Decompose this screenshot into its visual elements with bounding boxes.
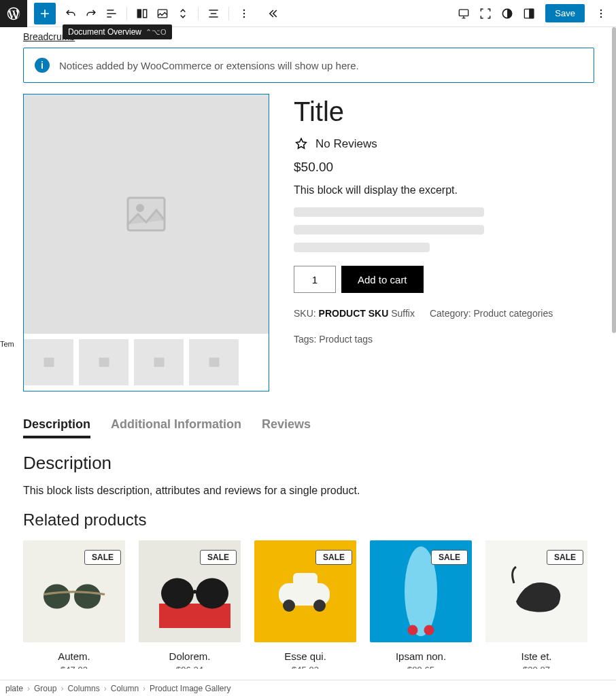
product-meta: SKU: PRODUCT SKU Suffix Category: Produc… (294, 308, 594, 345)
related-product-card[interactable]: SALE Esse qui. $45.92 Add to cart (254, 540, 356, 669)
styles-button[interactable] (498, 4, 517, 23)
add-to-cart-button[interactable]: Add to cart (341, 266, 424, 293)
product-price: $47.93 (23, 665, 125, 669)
svg-rect-22 (159, 604, 230, 628)
drag-handle-button[interactable] (173, 4, 192, 23)
tab-reviews[interactable]: Reviews (262, 413, 311, 438)
info-icon: i (35, 58, 50, 73)
gallery-thumb (189, 339, 239, 385)
svg-rect-17 (209, 358, 219, 366)
toggle-block-inserter-button[interactable] (34, 3, 56, 24)
product-price: $96.24 (139, 665, 241, 669)
sale-badge: SALE (547, 550, 583, 565)
redo-button[interactable] (82, 4, 101, 23)
product-image-gallery-block[interactable] (23, 94, 269, 392)
svg-point-13 (137, 205, 143, 211)
save-button[interactable]: Save (545, 4, 585, 22)
related-product-card[interactable]: SALE Iste et. $30.87 Add to cart (485, 540, 587, 669)
image-button[interactable] (153, 4, 172, 23)
tab-description[interactable]: Description (23, 413, 90, 438)
sale-badge: SALE (84, 550, 121, 565)
product-tabs: Description Additional Information Revie… (23, 413, 594, 439)
gallery-thumb (79, 339, 129, 385)
align-button[interactable] (204, 4, 223, 23)
svg-rect-6 (460, 10, 468, 16)
related-product-card[interactable]: SALE Dolorem. $96.24 Add to cart (139, 540, 241, 669)
svg-rect-1 (143, 10, 147, 18)
zoom-out-button[interactable] (476, 4, 495, 23)
svg-rect-14 (44, 358, 54, 366)
svg-point-28 (313, 599, 326, 612)
svg-rect-8 (530, 9, 534, 18)
breadcrumb-block[interactable]: Breadcrumb (23, 31, 594, 42)
variation-skeleton (294, 207, 594, 252)
svg-point-20 (74, 585, 101, 609)
editor-canvas[interactable]: Breadcrumb i Notices added by WooCommerc… (23, 27, 616, 669)
document-overview-button[interactable] (102, 4, 121, 23)
svg-point-23 (161, 578, 194, 609)
product-name: Esse qui. (254, 650, 356, 662)
svg-point-19 (44, 585, 70, 609)
description-text: This block lists description, attributes… (23, 485, 594, 497)
svg-point-33 (424, 625, 434, 636)
sale-badge: SALE (200, 550, 237, 565)
svg-point-10 (600, 12, 602, 14)
svg-point-5 (243, 16, 245, 18)
product-excerpt: This block will display the excerpt. (294, 184, 594, 196)
sale-badge: SALE (315, 550, 352, 565)
product-price: $45.92 (254, 665, 356, 669)
options-button[interactable] (592, 4, 611, 23)
svg-point-27 (283, 599, 295, 612)
description-heading: Description (23, 453, 594, 474)
related-product-card[interactable]: SALE Autem. $47.93 Add to cart (23, 540, 125, 669)
svg-rect-15 (99, 358, 109, 366)
wordpress-logo[interactable] (0, 0, 27, 27)
product-price: $30.87 (485, 665, 587, 669)
product-name: Iste et. (485, 650, 587, 662)
star-icon (294, 137, 309, 152)
svg-rect-29 (293, 573, 318, 587)
settings-button[interactable] (519, 4, 538, 23)
template-label: Tem (0, 27, 23, 669)
svg-point-11 (600, 16, 602, 18)
product-rating: No Reviews (294, 137, 594, 152)
svg-point-32 (408, 625, 418, 636)
product-name: Dolorem. (139, 650, 241, 662)
svg-point-9 (600, 9, 602, 11)
sale-badge: SALE (431, 550, 468, 565)
svg-point-24 (196, 578, 228, 609)
view-desktop-button[interactable] (454, 4, 473, 23)
gallery-thumb (24, 339, 73, 385)
svg-rect-16 (154, 358, 164, 366)
product-name: Autem. (23, 650, 125, 662)
related-products: SALE Autem. $47.93 Add to cart SALE Dolo… (23, 540, 594, 669)
quantity-input[interactable] (294, 266, 336, 293)
gallery-thumb (134, 339, 184, 385)
product-name: Ipsam non. (370, 650, 472, 662)
gallery-main-image-placeholder (24, 94, 269, 334)
product-price: $89.65 (370, 665, 472, 669)
svg-point-3 (243, 9, 245, 11)
svg-point-4 (243, 12, 245, 14)
svg-rect-0 (137, 10, 141, 18)
collapse-button[interactable] (263, 4, 282, 23)
notice-text: Notices added by WooCommerce or extensio… (59, 60, 359, 71)
product-title[interactable]: Title (294, 97, 594, 127)
woocommerce-notice: i Notices added by WooCommerce or extens… (23, 48, 594, 83)
no-reviews-label: No Reviews (315, 137, 377, 151)
columns-button[interactable] (133, 4, 152, 23)
related-products-heading: Related products (23, 510, 594, 529)
more-options-button[interactable] (235, 4, 254, 23)
related-product-card[interactable]: SALE Ipsam non. $89.65 Add to cart (370, 540, 472, 669)
undo-button[interactable] (61, 4, 80, 23)
scrollbar[interactable] (612, 27, 616, 333)
editor-toolbar: Save Document Overview⌃⌥O (0, 0, 616, 27)
product-price: $50.00 (294, 160, 594, 175)
tab-additional-information[interactable]: Additional Information (111, 413, 241, 438)
